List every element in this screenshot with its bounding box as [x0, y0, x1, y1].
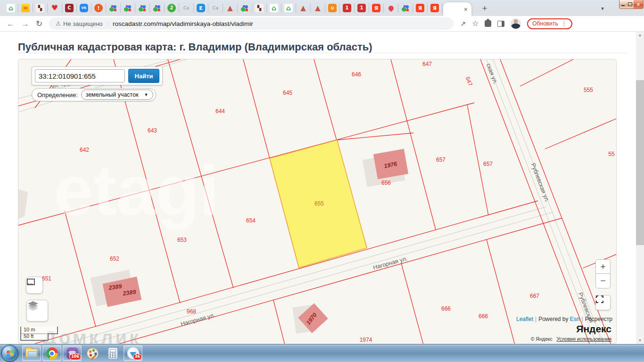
pin-favicon-tab[interactable] [384, 3, 398, 13]
gis2-favicon-tab[interactable] [165, 3, 179, 13]
close-button[interactable]: × [634, 0, 643, 8]
paint-taskbar-button[interactable] [83, 346, 102, 361]
zoom-out-button[interactable]: − [595, 274, 611, 288]
site-favicon-tab[interactable] [208, 3, 223, 13]
pik-favicon-tab[interactable] [33, 3, 48, 13]
security-warning-icon[interactable]: ⚠ [56, 20, 61, 27]
back-icon[interactable]: ← [7, 20, 15, 28]
site-favicon-tab[interactable] [179, 3, 194, 13]
search-button[interactable]: Найти [128, 69, 159, 83]
definition-select[interactable]: земельный участок ▼ [81, 90, 153, 100]
cadastral-map[interactable]: etagiДомклик1976238923891970ул. ТрудаНаг… [18, 59, 617, 344]
profile-avatar[interactable] [511, 18, 521, 29]
dots-favicon-tab[interactable] [398, 3, 413, 13]
pyramid-icon [226, 4, 234, 12]
terms-of-use-link[interactable]: Условия использования [556, 336, 611, 342]
alert-icon [94, 4, 103, 12]
parcel-number-label: 647 [422, 61, 432, 67]
domclick-icon [270, 4, 278, 12]
house1-favicon-tab[interactable] [340, 3, 355, 13]
sidebar-icon[interactable] [497, 21, 504, 27]
menu-dots-icon[interactable]: ⋮ [561, 20, 567, 27]
dots-icon [240, 4, 249, 12]
building-fragment [18, 189, 28, 219]
street-name-label: ская ул. [485, 63, 499, 85]
vk-favicon-tab[interactable] [77, 3, 91, 13]
domclick-favicon-tab[interactable] [267, 3, 281, 13]
dots-favicon-tab[interactable] [150, 3, 165, 13]
update-label[interactable]: Обновить [532, 20, 558, 27]
new-tab-button[interactable]: + [478, 2, 491, 15]
calc-taskbar-button[interactable] [103, 346, 122, 361]
basket-favicon-tab[interactable] [325, 3, 340, 13]
domclick-favicon-tab[interactable] [4, 3, 18, 13]
dots-favicon-tab[interactable] [238, 3, 252, 13]
chrome-update-button[interactable]: Обновить ⋮ [527, 18, 572, 29]
pyramid-favicon-tab[interactable] [311, 3, 325, 13]
fullscreen-button[interactable] [595, 295, 611, 310]
scroll-up-icon[interactable]: ▲ [636, 32, 644, 39]
pyramid-favicon-tab[interactable] [223, 3, 238, 13]
dots-icon [153, 4, 161, 12]
yandex-icon [372, 4, 380, 12]
yandex-icon [430, 4, 439, 12]
pyramid-icon [314, 4, 322, 12]
reload-icon[interactable]: ↻ [36, 20, 42, 28]
chrome-taskbar-button[interactable] [42, 346, 61, 361]
minimize-button[interactable] [619, 0, 627, 8]
explorer-taskbar-button[interactable] [22, 346, 41, 361]
rosreestr-label: Росреестр [585, 316, 612, 322]
scrollbar-thumb[interactable] [636, 80, 644, 245]
domclick-favicon-tab[interactable] [281, 3, 296, 13]
telegram-taskbar-button[interactable]: 36 [124, 346, 142, 361]
parcel-number-label: 555 [584, 87, 593, 93]
ymail-favicon-tab[interactable] [18, 3, 33, 13]
scroll-down-icon[interactable]: ▼ [636, 337, 644, 344]
cadastral-number-input[interactable] [35, 69, 125, 82]
security-label[interactable]: Не защищено [63, 20, 103, 27]
pyramid-favicon-tab[interactable] [296, 3, 311, 13]
parcel-number-label: 651 [42, 275, 51, 282]
tab-search-chevron-icon[interactable]: ▾ [597, 3, 608, 14]
url-text[interactable]: roscadastr.com/map/vladimirskaya-oblast/… [113, 20, 253, 27]
yandex-favicon-tab[interactable] [428, 3, 442, 13]
leaflet-link[interactable]: Leaflet [516, 316, 533, 322]
yandex-logo[interactable]: Яндекс [576, 323, 611, 335]
layers-icon [27, 300, 39, 313]
parcel-number-label: 645 [283, 90, 292, 96]
yandex-favicon-tab[interactable] [413, 3, 428, 13]
watermark-text: etagi [54, 151, 219, 230]
calc-icon [108, 347, 118, 360]
zoom-in-button[interactable]: + [595, 259, 611, 274]
etagi-favicon-tab[interactable] [194, 3, 208, 13]
esri-link[interactable]: Esri [570, 316, 580, 322]
alert-favicon-tab[interactable] [91, 3, 106, 13]
dots-favicon-tab[interactable] [121, 3, 135, 13]
extensions-puzzle-icon[interactable] [485, 20, 491, 27]
tab-close-icon[interactable]: × [464, 6, 468, 13]
start-button[interactable] [1, 345, 18, 362]
windows-logo-icon [6, 350, 13, 357]
dots-favicon-tab[interactable] [106, 3, 121, 13]
yandex-favicon-tab[interactable] [369, 3, 384, 13]
viber-notification-badge: 106 [69, 354, 81, 360]
forward-icon[interactable]: → [21, 20, 29, 28]
house1-favicon-tab[interactable] [355, 3, 369, 13]
etagi-icon [197, 4, 205, 12]
restore-button[interactable] [627, 0, 634, 8]
bookmark-star-icon[interactable]: ☆ [472, 20, 479, 27]
address-bar[interactable]: ⚠ Не защищено | roscadastr.com/map/vladi… [49, 17, 454, 30]
parcel-number-label: 1974 [360, 337, 372, 343]
cadastral-boundary-line [545, 118, 617, 149]
page-scrollbar[interactable]: ▲ ▼ [636, 32, 644, 344]
heart-favicon-tab[interactable] [48, 3, 62, 13]
viber-taskbar-button[interactable]: 106 [63, 346, 82, 361]
definition-panel: Определение: земельный участок ▼ [32, 88, 156, 101]
layers-button[interactable] [26, 300, 48, 321]
share-icon[interactable]: ↗ [460, 20, 466, 27]
cian-favicon-tab[interactable] [62, 3, 77, 13]
active-tab[interactable]: × [443, 2, 471, 16]
pik-favicon-tab[interactable] [252, 3, 267, 13]
measure-tool-button[interactable] [26, 277, 43, 294]
dots-favicon-tab[interactable] [135, 3, 150, 13]
